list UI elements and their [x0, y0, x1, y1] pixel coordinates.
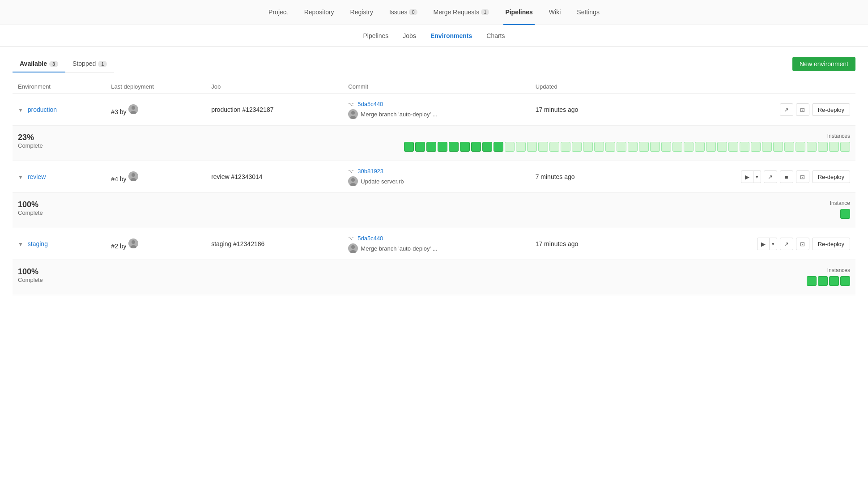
env-name-cell: ▼ review: [13, 161, 106, 193]
job-name: review #12343014: [211, 173, 262, 180]
expand-instances-area: Instances: [61, 133, 850, 152]
commit-icon: ⌥: [348, 236, 354, 241]
instance-box: [751, 142, 761, 152]
commit-hash-link[interactable]: 30b81923: [357, 168, 383, 175]
terminal-button[interactable]: ⊡: [796, 238, 809, 250]
play-caret-button[interactable]: ▾: [770, 238, 777, 250]
sub-nav-item-environments[interactable]: Environments: [429, 25, 474, 47]
instance-box: [840, 142, 850, 152]
external-link-button[interactable]: ↗: [780, 103, 793, 116]
instance-box: [583, 142, 593, 152]
instance-box: [829, 276, 839, 286]
commit-hash-link[interactable]: 5da5c440: [357, 235, 383, 242]
commit-msg-text: Merge branch 'auto-deploy' ...: [361, 245, 437, 252]
instances-label: Instance: [830, 200, 850, 206]
action-buttons: ▶ ▾ ↗■⊡Re-deploy: [636, 170, 850, 183]
instance-box: [460, 142, 470, 152]
instance-box: [773, 142, 783, 152]
commit-cell: ⌥ 30b81923 Update server.rb: [343, 161, 530, 193]
env-name-link[interactable]: staging: [28, 240, 48, 247]
stop-button[interactable]: ■: [780, 170, 793, 183]
new-environment-button[interactable]: New environment: [792, 57, 855, 71]
env-name-cell: ▼ production: [13, 94, 106, 126]
col-actions: [630, 80, 855, 94]
instance-box: [650, 142, 660, 152]
instance-box: [818, 142, 828, 152]
sub-nav-item-jobs[interactable]: Jobs: [401, 25, 418, 47]
instance-box: [740, 142, 749, 152]
instance-box: [561, 142, 570, 152]
commit-hash-row: ⌥ 30b81923: [348, 167, 524, 175]
col-updated: Updated: [530, 80, 630, 94]
avatar: [348, 109, 358, 119]
nav-item-registry[interactable]: Registry: [349, 0, 375, 25]
tab-stopped[interactable]: Stopped1: [65, 55, 114, 72]
play-button[interactable]: ▶: [741, 170, 753, 183]
job-cell: production #12342187: [206, 94, 343, 126]
avatar: [128, 104, 138, 114]
instances-label: Instances: [827, 267, 850, 273]
tab-available[interactable]: Available3: [13, 55, 65, 72]
instance-box: [695, 142, 705, 152]
play-caret-button[interactable]: ▾: [753, 170, 761, 183]
commit-message: Merge branch 'auto-deploy' ...: [348, 109, 524, 119]
tab-badge-available: 3: [49, 61, 58, 67]
terminal-button[interactable]: ⊡: [796, 103, 809, 116]
action-buttons: ▶ ▾ ↗⊡Re-deploy: [636, 238, 850, 250]
deployment-num: #2 by: [111, 243, 126, 250]
instance-box: [482, 142, 492, 152]
updated-cell: 17 minutes ago: [530, 94, 630, 126]
tab-badge-stopped: 1: [98, 61, 107, 67]
redeploy-button[interactable]: Re-deploy: [812, 170, 850, 183]
top-nav: ProjectRepositoryRegistryIssues0Merge Re…: [0, 0, 868, 25]
terminal-button[interactable]: ⊡: [796, 170, 809, 183]
nav-item-repository[interactable]: Repository: [302, 0, 336, 25]
sub-nav-item-charts[interactable]: Charts: [485, 25, 506, 47]
nav-item-pipelines[interactable]: Pipelines: [503, 0, 534, 25]
env-expand-row-review: 100% Complete Instance: [13, 193, 855, 228]
redeploy-button[interactable]: Re-deploy: [812, 238, 850, 250]
chevron-icon[interactable]: ▼: [18, 174, 23, 180]
instances-bar: [404, 142, 850, 152]
expand-cell: 100% Complete Instances: [13, 260, 855, 295]
nav-item-wiki[interactable]: Wiki: [547, 0, 562, 25]
instance-box: [516, 142, 526, 152]
instance-box: [762, 142, 772, 152]
nav-item-project[interactable]: Project: [267, 0, 290, 25]
external-link-button[interactable]: ↗: [764, 170, 777, 183]
redeploy-button[interactable]: Re-deploy: [812, 103, 850, 116]
complete-label: Complete: [18, 209, 43, 216]
instance-box: [639, 142, 649, 152]
env-name-link[interactable]: review: [28, 173, 46, 180]
last-deployment-cell: #3 by: [106, 94, 206, 126]
env-row-staging: ▼ staging #2 by staging #12342186 ⌥ 5da5…: [13, 228, 855, 260]
instance-box: [505, 142, 515, 152]
external-link-button[interactable]: ↗: [780, 238, 793, 250]
commit-hash-link[interactable]: 5da5c440: [357, 101, 383, 107]
instance-box: [628, 142, 638, 152]
avatar: [348, 176, 358, 186]
instance-section: Instances: [61, 133, 850, 152]
svg-point-10: [351, 178, 355, 182]
chevron-icon[interactable]: ▼: [18, 107, 23, 113]
play-button-group: ▶ ▾: [741, 170, 761, 183]
instance-box: [404, 142, 414, 152]
instance-box: [494, 142, 503, 152]
deployment-num: #3 by: [111, 108, 126, 115]
sub-nav-item-pipelines[interactable]: Pipelines: [362, 25, 391, 47]
nav-item-settings[interactable]: Settings: [575, 0, 601, 25]
chevron-icon[interactable]: ▼: [18, 241, 23, 247]
instances-bar: [807, 276, 850, 286]
play-button[interactable]: ▶: [757, 238, 770, 250]
env-row-production: ▼ production #3 by production #12342187 …: [13, 94, 855, 126]
nav-item-issues[interactable]: Issues0: [387, 0, 419, 25]
instance-box: [796, 142, 805, 152]
instance-box: [728, 142, 738, 152]
env-name-link[interactable]: production: [28, 106, 57, 113]
expand-stats: 100% Complete: [18, 200, 43, 216]
col-commit: Commit: [343, 80, 530, 94]
instance-box: [549, 142, 559, 152]
nav-item-merge-requests[interactable]: Merge Requests1: [432, 0, 491, 25]
updated-cell: 17 minutes ago: [530, 228, 630, 260]
actions-cell: ↗⊡Re-deploy: [630, 94, 855, 126]
